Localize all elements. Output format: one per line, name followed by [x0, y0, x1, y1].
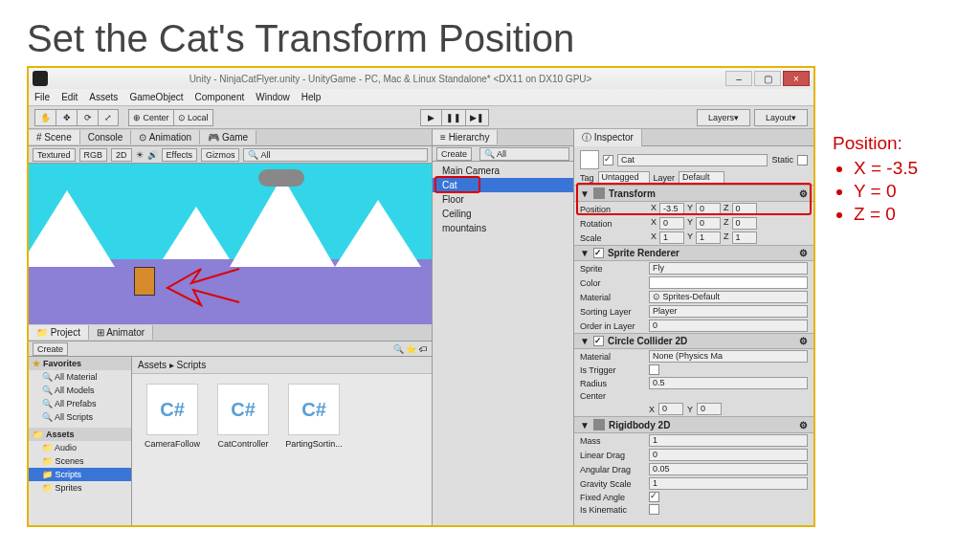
active-checkbox[interactable] — [603, 155, 613, 165]
rgb-toggle[interactable]: RGB — [79, 148, 108, 162]
lindrag-field[interactable]: 0 — [649, 449, 808, 461]
file-partingsorting[interactable]: C#PartingSortin... — [283, 384, 345, 449]
project-search-icon[interactable]: 🔍 ⭐ 🏷 — [393, 344, 428, 354]
kin-checkbox[interactable] — [649, 504, 659, 515]
tab-project[interactable]: 📁 Project — [29, 325, 89, 340]
breadcrumb[interactable]: Assets ▸ Scripts — [132, 357, 432, 374]
fav-scripts[interactable]: 🔍 All Scripts — [29, 410, 131, 424]
play-button[interactable]: ▶ — [420, 109, 441, 126]
hierarchy-item-mountains[interactable]: mountains — [433, 221, 573, 235]
order-field[interactable]: 0 — [649, 320, 808, 332]
scene-search[interactable]: 🔍 All — [243, 148, 428, 162]
tab-game[interactable]: 🎮 Game — [200, 130, 256, 144]
rigidbody-component[interactable]: ▼Rigidbody 2D⚙ — [574, 416, 813, 433]
col-material[interactable]: None (Physics Ma — [649, 350, 808, 363]
color-field[interactable] — [649, 276, 808, 289]
hierarchy-item-cat[interactable]: Cat — [433, 178, 573, 192]
favorites-header[interactable]: Favorites — [43, 359, 81, 368]
layers-dropdown[interactable]: Layers ▾ — [697, 109, 750, 126]
position-y[interactable]: 0 — [696, 203, 721, 215]
fav-prefabs[interactable]: 🔍 All Prefabs — [29, 397, 131, 410]
pivot-local[interactable]: ⊙ Local — [173, 109, 213, 126]
menu-window[interactable]: Window — [256, 92, 290, 102]
layout-dropdown[interactable]: Layout ▾ — [754, 109, 808, 126]
transform-component[interactable]: ▼Transform⚙ — [574, 185, 813, 202]
hierarchy-item-ceiling[interactable]: Ceiling — [433, 207, 573, 221]
static-checkbox[interactable] — [797, 155, 808, 165]
fixed-checkbox[interactable] — [649, 492, 659, 502]
mass-field[interactable]: 1 — [649, 434, 808, 447]
menu-component[interactable]: Component — [195, 92, 245, 102]
scale-tool[interactable]: ⤢ — [98, 109, 119, 126]
tab-animator[interactable]: ⊞ Animator — [89, 325, 153, 340]
rotation-x[interactable]: 0 — [659, 217, 684, 230]
menu-file[interactable]: File — [34, 92, 50, 102]
position-z[interactable]: 0 — [732, 203, 757, 215]
fav-models[interactable]: 🔍 All Models — [29, 384, 131, 397]
file-catcontroller[interactable]: C#CatController — [212, 384, 274, 449]
scale-z[interactable]: 1 — [732, 231, 757, 244]
sprite-field[interactable]: Fly — [649, 262, 808, 275]
menu-assets[interactable]: Assets — [89, 92, 118, 102]
rotation-z[interactable]: 0 — [732, 217, 757, 230]
minimize-button[interactable]: – — [725, 71, 752, 86]
rotation-y[interactable]: 0 — [696, 217, 721, 230]
hierarchy-create[interactable]: Create — [436, 147, 472, 161]
gear-icon[interactable]: ⚙ — [799, 188, 808, 199]
gear-icon[interactable]: ⚙ — [799, 336, 808, 346]
folder-audio[interactable]: 📁 Audio — [29, 441, 131, 454]
sprite-renderer-component[interactable]: ▼Sprite Renderer⚙ — [574, 245, 813, 261]
step-button[interactable]: ▶❚ — [465, 109, 489, 126]
hierarchy-item-camera[interactable]: Main Camera — [433, 164, 573, 178]
grav-field[interactable]: 1 — [649, 477, 808, 490]
gear-icon[interactable]: ⚙ — [799, 248, 808, 258]
menu-help[interactable]: Help — [301, 92, 322, 102]
collider-enabled[interactable] — [593, 336, 604, 346]
sorting-layer[interactable]: Player — [649, 305, 808, 318]
assets-header[interactable]: Assets — [46, 430, 75, 439]
tab-animation[interactable]: ⊙ Animation — [131, 130, 200, 144]
scene-view[interactable] — [29, 164, 432, 324]
folder-sprites[interactable]: 📁 Sprites — [29, 481, 131, 495]
fav-materials[interactable]: 🔍 All Material — [29, 370, 131, 384]
position-x[interactable]: -3.5 — [659, 203, 684, 215]
effects-dropdown[interactable]: Effects — [162, 148, 197, 162]
file-camerafollow[interactable]: C#CameraFollow — [142, 384, 203, 449]
project-create[interactable]: Create — [33, 342, 68, 356]
trigger-checkbox[interactable] — [649, 364, 659, 375]
layer-dropdown[interactable]: Default — [679, 171, 724, 184]
render-mode[interactable]: Textured — [33, 148, 76, 162]
hierarchy-item-floor[interactable]: Floor — [433, 192, 573, 207]
angdrag-field[interactable]: 0.05 — [649, 463, 808, 475]
pause-button[interactable]: ❚❚ — [441, 109, 465, 126]
folder-scenes[interactable]: 📁 Scenes — [29, 454, 131, 468]
material-field[interactable]: ⊙ Sprites-Default — [649, 291, 808, 303]
tab-console[interactable]: Console — [80, 130, 132, 144]
maximize-button[interactable]: ▢ — [754, 71, 781, 86]
tab-hierarchy[interactable]: ≡ Hierarchy — [433, 130, 498, 144]
collider-component[interactable]: ▼Circle Collider 2D⚙ — [574, 333, 813, 349]
folder-scripts[interactable]: 📁 Scripts — [29, 468, 131, 481]
pivot-center[interactable]: ⊕ Center — [128, 109, 173, 126]
scale-x[interactable]: 1 — [659, 231, 684, 244]
tag-dropdown[interactable]: Untagged — [598, 171, 650, 184]
2d-toggle[interactable]: 2D — [111, 148, 132, 162]
gizmos-dropdown[interactable]: Gizmos — [201, 148, 240, 162]
close-button[interactable]: × — [783, 71, 810, 86]
move-tool[interactable]: ✥ — [56, 109, 77, 126]
name-field[interactable]: Cat — [617, 154, 768, 166]
hierarchy-search[interactable]: 🔍 All — [479, 147, 569, 161]
hand-tool[interactable]: ✋ — [34, 109, 56, 126]
tab-inspector[interactable]: ⓘ Inspector — [574, 129, 642, 146]
rotate-tool[interactable]: ⟳ — [77, 109, 98, 126]
gear-icon[interactable]: ⚙ — [799, 420, 808, 430]
center-y[interactable]: 0 — [697, 403, 722, 415]
tab-scene[interactable]: # Scene — [29, 130, 80, 144]
center-x[interactable]: 0 — [658, 403, 683, 415]
radius-field[interactable]: 0.5 — [649, 377, 808, 389]
menu-gameobject[interactable]: GameObject — [129, 92, 183, 102]
audio-icon[interactable]: 🔊 — [147, 150, 158, 160]
light-icon[interactable]: ☀ — [136, 150, 144, 160]
cat-sprite[interactable] — [124, 259, 167, 305]
scale-y[interactable]: 1 — [696, 231, 721, 244]
